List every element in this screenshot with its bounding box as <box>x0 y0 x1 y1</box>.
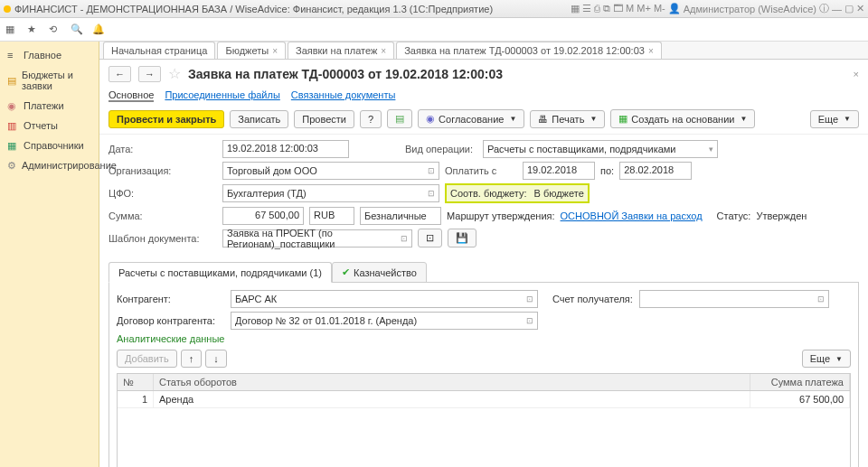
budget-highlight: Соотв. бюджету: В бюджете <box>445 183 590 203</box>
main-toolbar: ▦ ★ ⟲ 🔍 🔔 <box>0 18 868 42</box>
sidebar-item-payments[interactable]: ◉Платежи <box>0 96 99 116</box>
sidebar-item-admin[interactable]: ⚙Администрирование <box>0 155 99 175</box>
org-label: Организация: <box>108 165 217 176</box>
tpl-label: Шаблон документа: <box>108 233 217 244</box>
save-button[interactable]: Записать <box>230 110 288 128</box>
tab-close-icon[interactable]: × <box>381 46 386 56</box>
user-icon: 👤 <box>668 3 681 14</box>
tpl-select[interactable]: Заявка на ПРОЕКТ (по Регионам)_поставщик… <box>222 229 412 248</box>
apps-icon[interactable]: ▦ <box>5 23 18 36</box>
subnav: Основное Присоединенные файлы Связанные … <box>99 88 868 104</box>
menu-icon: ≡ <box>7 50 18 61</box>
acc-select[interactable]: ⊡ <box>639 290 829 308</box>
up-button[interactable]: ↑ <box>181 350 203 368</box>
tpl-open-button[interactable]: ⊡ <box>418 229 442 248</box>
tab-current[interactable]: Заявка на платеж ТД-000003 от 19.02.2018… <box>396 42 662 59</box>
org-select[interactable]: Торговый дом ООО⊡ <box>222 162 439 180</box>
cfo-select[interactable]: Бухгалтерия (ТД)⊡ <box>222 184 439 202</box>
form: Дата: 19.02.2018 12:00:03 Вид операции: … <box>99 135 868 257</box>
report-button[interactable]: ▤ <box>387 109 412 128</box>
sidebar-item-refs[interactable]: ▦Справочники <box>0 135 99 155</box>
post-close-button[interactable]: Провести и закрыть <box>108 110 224 128</box>
dog-select[interactable]: Договор № 32 от 01.01.2018 г. (Аренда)⊡ <box>231 312 538 330</box>
ctr-select[interactable]: БАРС АК⊡ <box>231 290 538 308</box>
budget-value: В бюджете <box>534 188 584 199</box>
bell-icon[interactable]: 🔔 <box>92 23 105 36</box>
tab-budgets[interactable]: Бюджеты× <box>217 42 286 59</box>
sidebar-item-budgets[interactable]: ▤Бюджеты и заявки <box>0 65 99 96</box>
settlements-box: Контрагент: БАРС АК⊡ Счет получателя: ⊡ … <box>108 282 859 467</box>
payto-input[interactable]: 28.02.2018 <box>619 162 692 180</box>
analytics-table: № Статья оборотов Сумма платежа 1 Аренда… <box>117 373 851 467</box>
status-label: Статус: <box>717 210 751 221</box>
table-more-button[interactable]: Еще▼ <box>802 350 851 368</box>
currency-input[interactable]: RUB <box>309 207 354 225</box>
tab-home[interactable]: Начальная страница <box>103 42 215 59</box>
subnav-files[interactable]: Присоединенные файлы <box>165 89 279 102</box>
table-row[interactable]: 1 Аренда 67 500,00 <box>118 391 850 408</box>
sidebar-item-main[interactable]: ≡Главное <box>0 45 99 65</box>
maximize-icon[interactable]: ▢ <box>844 3 854 14</box>
titlebar-right: ▦ ☰ ⎙ ⧉ 🗔 M M+ M- 👤 Администратор (WiseA… <box>571 2 864 15</box>
cash-select[interactable]: Безналичные <box>360 207 441 225</box>
create-based-button[interactable]: ▦Создать на основании▼ <box>610 109 755 128</box>
cell-num: 1 <box>118 391 154 407</box>
post-button[interactable]: Провести <box>294 110 354 128</box>
payfrom-input[interactable]: 19.02.2018 <box>523 162 595 180</box>
doc-icon: ▦ <box>618 113 627 125</box>
dog-label: Договор контрагента: <box>117 315 225 326</box>
user-name: Администратор (WiseAdvice) <box>684 4 816 14</box>
sidebar-item-reports[interactable]: ▥Отчеты <box>0 116 99 135</box>
agree-button[interactable]: ◉Согласование▼ <box>418 109 524 128</box>
history-icon[interactable]: ⟲ <box>49 23 61 36</box>
payfrom-label: Оплатить с <box>445 165 517 176</box>
favorite-icon[interactable]: ☆ <box>168 65 181 82</box>
app-icon <box>4 5 11 13</box>
down-button[interactable]: ↓ <box>205 350 227 368</box>
table-header: № Статья оборотов Сумма платежа <box>118 374 850 391</box>
star-icon[interactable]: ★ <box>27 23 40 36</box>
tab-close-icon[interactable]: × <box>648 46 654 56</box>
date-input[interactable]: 19.02.2018 12:00:03 <box>222 140 349 158</box>
route-link[interactable]: ОСНОВНОЙ Заявки на расход <box>561 210 703 221</box>
help-button[interactable]: ? <box>360 110 382 128</box>
chart-icon: ▥ <box>7 120 18 131</box>
sum-input[interactable]: 67 500,00 <box>222 207 304 225</box>
tpl-save-button[interactable]: 💾 <box>448 229 476 248</box>
coins-icon: ◉ <box>7 100 18 111</box>
sum-label: Сумма: <box>108 210 217 221</box>
ctr-label: Контрагент: <box>117 294 225 304</box>
budget-label: Соотв. бюджету: <box>450 188 527 199</box>
acc-label: Счет получателя: <box>552 294 634 304</box>
nav-back[interactable]: ← <box>108 66 131 82</box>
cell-article: Аренда <box>154 391 750 407</box>
titlebar-text: ФИНАНСИСТ - ДЕМОНСТРАЦИОННАЯ БАЗА / Wise… <box>14 4 493 14</box>
minimize-icon[interactable]: — <box>832 4 842 14</box>
inner-tab-settlements[interactable]: Расчеты с поставщиками, подрядчиками (1) <box>108 262 332 283</box>
titlebar-icons: ▦ ☰ ⎙ ⧉ 🗔 M M+ M- <box>571 3 665 14</box>
nav-forward[interactable]: → <box>138 66 161 82</box>
add-button[interactable]: Добавить <box>117 350 177 368</box>
route-label: Маршрут утверждения: <box>447 210 555 221</box>
more-button[interactable]: Еще▼ <box>810 110 859 128</box>
op-select[interactable]: Расчеты с поставщиками, подрядчиками▾ <box>483 140 718 158</box>
tab-requests[interactable]: Заявки на платеж× <box>288 42 394 59</box>
tabs: Начальная страница Бюджеты× Заявки на пл… <box>99 42 868 60</box>
page-title: Заявка на платеж ТД-000003 от 19.02.2018… <box>188 67 503 81</box>
search-icon[interactable]: 🔍 <box>71 23 83 36</box>
sidebar: ≡Главное ▤Бюджеты и заявки ◉Платежи ▥Отч… <box>0 42 99 467</box>
print-button[interactable]: 🖶Печать▼ <box>530 110 605 128</box>
subnav-main[interactable]: Основное <box>108 89 154 102</box>
close-icon[interactable]: ✕ <box>856 3 864 14</box>
op-label: Вид операции: <box>405 144 477 154</box>
subnav-linked[interactable]: Связанные документы <box>291 89 396 102</box>
analytics-header: Аналитические данные <box>117 333 851 344</box>
cfo-label: ЦФО: <box>108 188 217 199</box>
tab-close-icon[interactable]: × <box>272 46 278 56</box>
date-label: Дата: <box>108 144 217 154</box>
gear-icon: ⚙ <box>7 160 16 171</box>
cell-sum: 67 500,00 <box>750 391 850 407</box>
page-close-icon[interactable]: × <box>854 69 859 79</box>
info-icon[interactable]: ⓘ <box>819 2 829 15</box>
inner-tab-treasury[interactable]: ✔Казначейство <box>332 262 427 283</box>
